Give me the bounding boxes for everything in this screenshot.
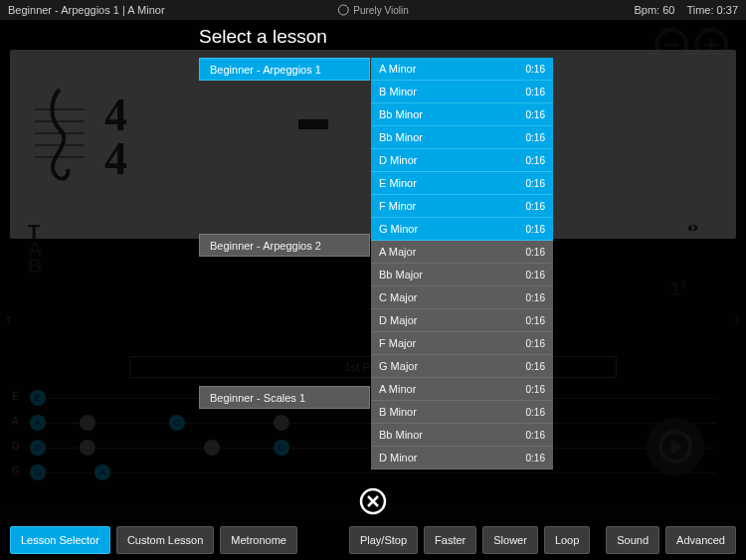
lesson-name: Bb Major — [379, 269, 423, 280]
lesson-name: G Major — [379, 360, 418, 372]
lesson-category-item[interactable]: Beginner - Scales 1 — [199, 386, 370, 409]
lesson-duration: 0:16 — [526, 384, 545, 395]
lesson-item[interactable]: G Major0:16 — [371, 355, 553, 378]
lesson-item[interactable]: Bb Major0:16 — [371, 264, 553, 286]
metronome-button[interactable]: Metronome — [220, 526, 297, 554]
lesson-selector-button[interactable]: Lesson Selector — [10, 526, 110, 554]
lesson-item[interactable]: B Minor0:16 — [371, 401, 553, 424]
lesson-duration: 0:16 — [526, 155, 545, 166]
play-stop-button[interactable]: Play/Stop — [349, 526, 418, 554]
lesson-name: E Minor — [379, 177, 417, 189]
lesson-duration: 0:16 — [526, 201, 545, 212]
lesson-item[interactable]: E Minor0:16 — [371, 172, 553, 195]
lesson-duration: 0:16 — [526, 292, 545, 303]
lesson-name: B Minor — [379, 406, 417, 418]
top-status-bar: Beginner - Arpeggios 1 | A Minor Purely … — [0, 0, 746, 20]
lesson-name: D Minor — [379, 452, 418, 464]
lesson-name: F Major — [379, 337, 416, 349]
lesson-duration: 0:16 — [526, 109, 545, 120]
lesson-item[interactable]: Bb Minor0:16 — [371, 126, 553, 149]
lesson-duration: 0:16 — [526, 132, 545, 143]
custom-lesson-button[interactable]: Custom Lesson — [116, 526, 214, 554]
lesson-category-item[interactable]: Beginner - Arpeggios 2 — [199, 234, 370, 257]
lesson-duration: 0:16 — [526, 87, 545, 97]
brand-logo: Purely Violin — [337, 4, 408, 16]
lesson-name: Bb Minor — [379, 429, 423, 441]
advanced-button[interactable]: Advanced — [665, 526, 736, 554]
lesson-item[interactable]: A Minor0:16 — [371, 378, 553, 401]
lesson-duration: 0:16 — [526, 224, 545, 235]
bpm-label: Bpm: 60 — [634, 4, 674, 16]
lesson-name: A Minor — [379, 383, 416, 395]
lesson-item[interactable]: D Minor0:16 — [371, 447, 553, 469]
lesson-item[interactable]: F Major0:16 — [371, 332, 553, 355]
lesson-name: G Minor — [379, 223, 418, 235]
lesson-duration: 0:16 — [526, 64, 545, 75]
lesson-category-item[interactable]: Beginner - Arpeggios 1 — [199, 58, 370, 81]
lesson-duration: 0:16 — [526, 247, 545, 258]
faster-button[interactable]: Faster — [424, 526, 476, 554]
svg-point-0 — [338, 5, 348, 15]
lesson-category-list: Beginner - Arpeggios 1Beginner - Arpeggi… — [199, 58, 370, 469]
lesson-name: B Minor — [379, 86, 417, 97]
lesson-item[interactable]: D Minor0:16 — [371, 149, 553, 172]
lesson-duration: 0:16 — [526, 407, 545, 418]
lesson-item[interactable]: G Minor0:16 — [371, 218, 553, 241]
lesson-name: C Major — [379, 291, 418, 303]
slower-button[interactable]: Slower — [482, 526, 538, 554]
loop-button[interactable]: Loop — [544, 526, 590, 554]
close-button[interactable] — [358, 486, 388, 516]
lesson-item[interactable]: B Minor0:16 — [371, 81, 553, 103]
lesson-duration: 0:16 — [526, 338, 545, 349]
lesson-name: D Minor — [379, 154, 418, 166]
lesson-item[interactable]: D Major0:16 — [371, 309, 553, 332]
lesson-duration: 0:16 — [526, 453, 545, 464]
lesson-item[interactable]: Bb Minor0:16 — [371, 103, 553, 126]
lesson-selector-modal: Select a lesson Beginner - Arpeggios 1Be… — [199, 26, 553, 469]
lesson-duration: 0:16 — [526, 270, 545, 280]
lesson-duration: 0:16 — [526, 361, 545, 372]
current-lesson-label: Beginner - Arpeggios 1 | A Minor — [8, 4, 165, 16]
lesson-item[interactable]: A Minor0:16 — [371, 58, 553, 81]
close-icon — [358, 486, 388, 516]
lesson-duration: 0:16 — [526, 178, 545, 189]
lesson-name: A Major — [379, 246, 416, 258]
lesson-item[interactable]: Bb Minor0:16 — [371, 424, 553, 447]
brand-text: Purely Violin — [353, 5, 408, 16]
lesson-name: F Minor — [379, 200, 416, 212]
lesson-item[interactable]: C Major0:16 — [371, 286, 553, 309]
lesson-name: D Major — [379, 314, 418, 326]
lesson-item-list: A Minor0:16B Minor0:16Bb Minor0:16Bb Min… — [371, 58, 553, 469]
lesson-item[interactable]: A Major0:16 — [371, 241, 553, 264]
lesson-key: A Minor — [127, 4, 164, 16]
time-label: Time: 0:37 — [686, 4, 738, 16]
lesson-duration: 0:16 — [526, 430, 545, 441]
lesson-name: A Minor — [379, 63, 416, 75]
sound-button[interactable]: Sound — [606, 526, 659, 554]
lesson-name: Beginner - Arpeggios 1 — [8, 4, 119, 16]
lesson-item[interactable]: F Minor0:16 — [371, 195, 553, 218]
lesson-name: Bb Minor — [379, 131, 423, 143]
lesson-name: Bb Minor — [379, 108, 423, 120]
bottom-toolbar: Lesson Selector Custom Lesson Metronome … — [0, 520, 746, 560]
modal-title: Select a lesson — [199, 26, 553, 48]
lesson-duration: 0:16 — [526, 315, 545, 326]
